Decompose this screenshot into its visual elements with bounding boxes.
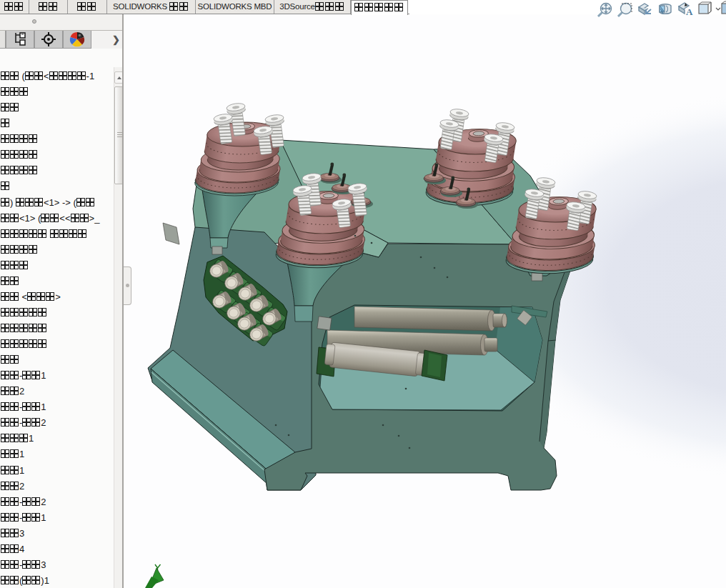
svg-text:A: A — [686, 6, 693, 17]
